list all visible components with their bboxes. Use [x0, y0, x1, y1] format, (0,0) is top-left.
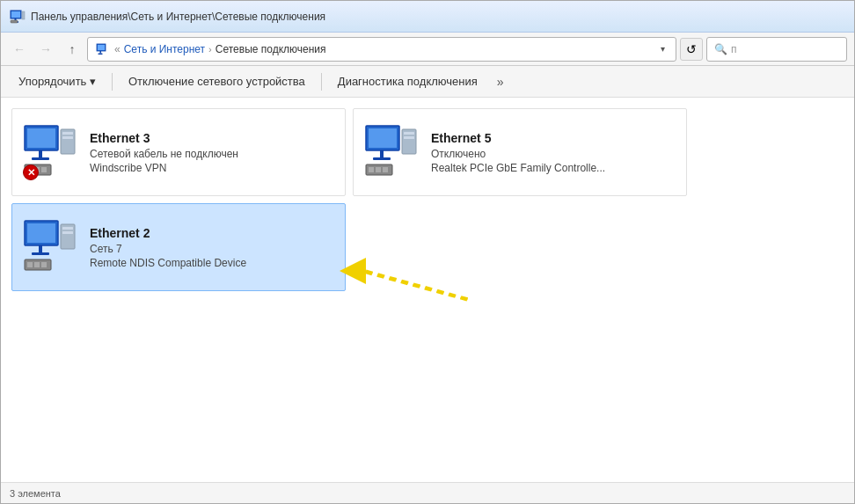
- address-path: « Сеть и Интернет › Сетевые подключения …: [87, 37, 676, 62]
- error-badge-ethernet3: ✕: [23, 164, 39, 180]
- adapter-icon-ethernet5: [364, 124, 420, 177]
- svg-rect-34: [39, 245, 42, 252]
- title-bar-text: Панель управления\Сеть и Интернет\Сетевы…: [31, 11, 325, 23]
- adapter-status-ethernet3: Сетевой кабель не подключен: [90, 148, 334, 160]
- svg-rect-27: [404, 136, 414, 139]
- breadcrumb-parent[interactable]: Сеть и Интернет: [124, 43, 205, 55]
- adapter-driver-ethernet2: Remote NDIS Compatible Device: [90, 257, 334, 269]
- svg-rect-4: [22, 11, 25, 19]
- forward-button[interactable]: →: [34, 38, 57, 61]
- svg-rect-38: [62, 231, 73, 234]
- adapter-name-ethernet5: Ethernet 5: [431, 131, 676, 145]
- path-icon: [95, 41, 111, 57]
- svg-rect-29: [369, 167, 374, 172]
- svg-rect-20: [41, 167, 47, 172]
- organize-button[interactable]: Упорядочить ▾: [8, 69, 106, 94]
- adapter-icon-wrap-ethernet5: [364, 124, 420, 180]
- svg-rect-16: [62, 136, 73, 139]
- svg-rect-35: [32, 252, 49, 255]
- title-bar-icon: [10, 9, 26, 25]
- toolbar-separator-1: [112, 73, 113, 91]
- diagnose-button[interactable]: Диагностика подключения: [327, 69, 488, 94]
- svg-rect-40: [27, 262, 33, 267]
- svg-rect-15: [62, 132, 73, 135]
- svg-rect-12: [39, 150, 42, 157]
- search-placeholder[interactable]: п: [731, 43, 737, 55]
- adapter-name-ethernet3: Ethernet 3: [90, 131, 334, 145]
- adapter-status-ethernet2: Сеть 7: [90, 243, 334, 255]
- more-button[interactable]: »: [490, 71, 511, 92]
- svg-rect-37: [62, 227, 73, 230]
- svg-line-46: [366, 271, 471, 300]
- adapter-card-ethernet3[interactable]: ✕ Ethernet 3 Сетевой кабель не подключен…: [11, 108, 346, 196]
- svg-rect-41: [34, 262, 40, 267]
- adapter-card-ethernet2[interactable]: Ethernet 2 Сеть 7 Remote NDIS Compatible…: [11, 203, 346, 291]
- svg-rect-30: [376, 167, 381, 172]
- adapter-driver-ethernet3: Windscribe VPN: [90, 162, 334, 174]
- adapter-icon-ethernet2: [23, 219, 79, 272]
- adapter-info-ethernet3: Ethernet 3 Сетевой кабель не подключен W…: [90, 131, 334, 174]
- svg-rect-7: [98, 45, 105, 50]
- adapter-driver-ethernet5: Realtek PCIe GbE Family Controlle...: [431, 162, 676, 174]
- adapter-icon-wrap-ethernet3: ✕: [23, 124, 79, 180]
- svg-rect-11: [27, 128, 55, 148]
- address-dropdown[interactable]: ▾: [657, 44, 669, 54]
- breadcrumb-current: Сетевые подключения: [216, 43, 326, 55]
- adapter-info-ethernet5: Ethernet 5 Отключено Realtek PCIe GbE Fa…: [431, 131, 676, 174]
- svg-rect-9: [99, 53, 103, 55]
- svg-rect-1: [11, 11, 20, 18]
- toolbar: Упорядочить ▾ Отключение сетевого устрой…: [1, 66, 854, 98]
- svg-rect-24: [373, 157, 391, 160]
- adapter-card-ethernet5[interactable]: Ethernet 5 Отключено Realtek PCIe GbE Fa…: [353, 108, 687, 196]
- up-button[interactable]: ↑: [61, 38, 84, 61]
- address-bar: ← → ↑ « Сеть и Интернет ›: [1, 33, 854, 66]
- main-window: Панель управления\Сеть и Интернет\Сетевы…: [0, 0, 855, 504]
- adapter-info-ethernet2: Ethernet 2 Сеть 7 Remote NDIS Compatible…: [90, 226, 334, 269]
- search-box: 🔍 п: [706, 37, 847, 62]
- svg-rect-33: [27, 223, 55, 243]
- adapter-icon-wrap-ethernet2: [23, 219, 79, 275]
- svg-rect-42: [41, 262, 47, 267]
- disconnect-button[interactable]: Отключение сетевого устройства: [118, 69, 316, 94]
- bottom-bar: 3 элемента: [1, 482, 854, 503]
- svg-rect-31: [383, 167, 388, 172]
- adapter-status-ethernet5: Отключено: [431, 148, 676, 160]
- main-content: ✕ Ethernet 3 Сетевой кабель не подключен…: [1, 98, 854, 482]
- title-bar: Панель управления\Сеть и Интернет\Сетевы…: [1, 1, 854, 33]
- svg-line-44: [360, 271, 467, 300]
- toolbar-separator-2: [321, 73, 322, 91]
- svg-rect-13: [32, 157, 49, 160]
- svg-rect-26: [404, 132, 414, 135]
- svg-rect-8: [100, 51, 102, 54]
- back-button[interactable]: ←: [8, 38, 31, 61]
- svg-rect-23: [380, 150, 384, 157]
- item-count: 3 элемента: [10, 488, 61, 499]
- breadcrumb: « Сеть и Интернет › Сетевые подключения: [114, 43, 326, 55]
- adapter-name-ethernet2: Ethernet 2: [90, 226, 334, 240]
- svg-rect-22: [369, 128, 397, 148]
- svg-rect-5: [11, 20, 18, 23]
- refresh-button[interactable]: ↺: [680, 38, 703, 61]
